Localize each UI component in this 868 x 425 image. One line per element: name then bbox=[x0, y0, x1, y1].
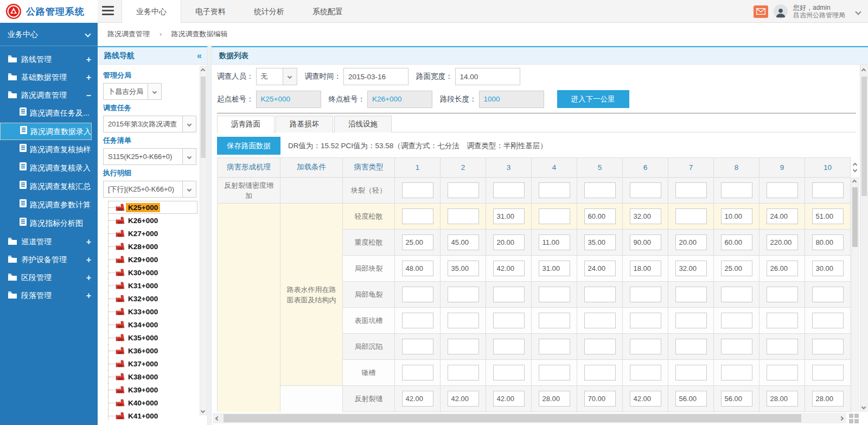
top-nav-item-2[interactable]: 统计分析 bbox=[240, 0, 298, 23]
tree-item-K36+000[interactable]: K36+000 bbox=[108, 344, 197, 357]
disease-value-input-r1c9[interactable] bbox=[767, 208, 798, 224]
tree-item-K26+000[interactable]: K26+000 bbox=[108, 214, 197, 227]
tree-item-K29+000[interactable]: K29+000 bbox=[108, 253, 197, 266]
tree-item-K34+000[interactable]: K34+000 bbox=[108, 318, 197, 331]
scroll-up-icon[interactable] bbox=[201, 68, 205, 73]
disease-value-input-r0c2[interactable] bbox=[448, 182, 479, 198]
next-kilometer-button[interactable]: 进入下一公里 bbox=[557, 90, 629, 108]
disease-value-input-r8c9[interactable] bbox=[767, 391, 798, 407]
tree-item-K39+000[interactable]: K39+000 bbox=[108, 383, 197, 396]
disease-value-input-r2c1[interactable] bbox=[402, 234, 433, 250]
disease-value-input-r4c4[interactable] bbox=[539, 287, 570, 302]
tree-item-K37+000[interactable]: K37+000 bbox=[108, 357, 197, 370]
scroll-right-icon[interactable] bbox=[837, 417, 846, 420]
disease-value-input-r6c2[interactable] bbox=[448, 339, 479, 354]
tree-item-K25+000[interactable]: K25+000 bbox=[108, 201, 197, 214]
expand-plus-icon[interactable]: + bbox=[86, 273, 91, 283]
header-spinner[interactable] bbox=[851, 157, 859, 177]
scroll-down-icon[interactable] bbox=[861, 405, 866, 409]
disease-value-input-r8c4[interactable] bbox=[539, 391, 570, 407]
disease-value-input-r8c3[interactable] bbox=[493, 391, 525, 407]
sidebar-item-0[interactable]: 路线管理+ bbox=[0, 50, 98, 68]
disease-value-input-r2c2[interactable] bbox=[448, 234, 479, 250]
account-chevron-down-icon[interactable] bbox=[856, 8, 860, 16]
disease-value-input-r1c1[interactable] bbox=[402, 208, 433, 224]
disease-value-input-r1c10[interactable] bbox=[812, 208, 844, 224]
panel-select-3[interactable]: [下行](K25+0-K66+0) bbox=[103, 181, 196, 198]
expand-plus-icon[interactable]: + bbox=[86, 55, 91, 65]
disease-value-input-r7c5[interactable] bbox=[584, 365, 616, 380]
disease-value-input-r0c8[interactable] bbox=[721, 182, 752, 198]
account-info[interactable]: 您好，admin 昌吉州公路管理局 bbox=[793, 4, 845, 19]
disease-value-input-r1c6[interactable] bbox=[630, 208, 661, 224]
disease-value-input-r6c8[interactable] bbox=[721, 339, 752, 354]
disease-value-input-r3c2[interactable] bbox=[448, 261, 479, 276]
disease-value-input-r5c2[interactable] bbox=[448, 313, 479, 328]
disease-value-input-r0c7[interactable] bbox=[675, 182, 707, 198]
tab-0[interactable]: 沥青路面 bbox=[217, 116, 275, 133]
disease-value-input-r5c3[interactable] bbox=[493, 313, 525, 328]
disease-value-input-r4c2[interactable] bbox=[448, 287, 479, 302]
disease-value-input-r5c8[interactable] bbox=[721, 313, 752, 328]
main-scrollbar[interactable] bbox=[860, 65, 868, 412]
tree-item-K40+000[interactable]: K40+000 bbox=[108, 396, 197, 409]
disease-value-input-r7c1[interactable] bbox=[402, 365, 433, 380]
disease-value-input-r6c6[interactable] bbox=[630, 339, 661, 354]
disease-value-input-r0c4[interactable] bbox=[539, 182, 570, 198]
disease-value-input-r2c3[interactable] bbox=[493, 234, 525, 250]
disease-value-input-r5c10[interactable] bbox=[812, 313, 844, 328]
disease-value-input-r1c4[interactable] bbox=[539, 208, 570, 224]
disease-value-input-r7c8[interactable] bbox=[721, 365, 752, 380]
sidebar-item-2[interactable]: 路况调查管理– bbox=[0, 86, 98, 104]
disease-value-input-r2c4[interactable] bbox=[539, 234, 570, 250]
disease-value-input-r4c6[interactable] bbox=[630, 287, 661, 302]
tree-item-K31+000[interactable]: K31+000 bbox=[108, 279, 197, 292]
expand-plus-icon[interactable]: + bbox=[86, 291, 91, 301]
disease-value-input-r7c6[interactable] bbox=[630, 365, 661, 380]
disease-value-input-r3c8[interactable] bbox=[721, 261, 752, 276]
disease-value-input-r3c9[interactable] bbox=[767, 261, 798, 276]
disease-value-input-r1c5[interactable] bbox=[584, 208, 616, 224]
disease-value-input-r8c1[interactable] bbox=[402, 391, 433, 407]
collapse-minus-icon[interactable]: – bbox=[86, 91, 91, 100]
table-scrollbar[interactable] bbox=[851, 157, 859, 412]
horizontal-scrollbar[interactable] bbox=[213, 413, 846, 423]
disease-value-input-r2c6[interactable] bbox=[630, 234, 661, 250]
disease-value-input-r6c10[interactable] bbox=[812, 339, 844, 354]
survey-time-input[interactable] bbox=[343, 68, 409, 85]
disease-value-input-r0c1[interactable] bbox=[402, 182, 433, 198]
disease-value-input-r0c3[interactable] bbox=[493, 182, 525, 198]
expand-plus-icon[interactable]: + bbox=[86, 237, 91, 247]
disease-value-input-r6c4[interactable] bbox=[539, 339, 570, 354]
select-chevron-icon[interactable] bbox=[148, 84, 161, 99]
disease-value-input-r2c5[interactable] bbox=[584, 234, 616, 250]
disease-value-input-r8c5[interactable] bbox=[584, 391, 616, 407]
sidebar-header[interactable]: 业务中心 bbox=[0, 23, 98, 46]
disease-value-input-r7c10[interactable] bbox=[812, 365, 844, 380]
user-avatar-icon[interactable] bbox=[774, 4, 788, 18]
disease-value-input-r5c5[interactable] bbox=[584, 313, 616, 328]
disease-value-input-r2c8[interactable] bbox=[721, 234, 752, 250]
tree-item-K33+000[interactable]: K33+000 bbox=[108, 305, 197, 318]
sidebar-item-5[interactable]: 区段管理+ bbox=[0, 269, 98, 287]
panel-select-2[interactable]: S115(K25+0-K66+0) bbox=[103, 148, 196, 165]
scroll-thumb[interactable] bbox=[852, 187, 858, 247]
disease-value-input-r1c8[interactable] bbox=[721, 208, 752, 224]
top-nav-item-1[interactable]: 电子资料 bbox=[181, 0, 240, 23]
disease-value-input-r4c5[interactable] bbox=[584, 287, 616, 302]
disease-value-input-r1c3[interactable] bbox=[493, 208, 525, 224]
select-chevron-icon[interactable] bbox=[182, 181, 196, 197]
panel-splitter[interactable] bbox=[207, 46, 212, 425]
tree-item-K35+000[interactable]: K35+000 bbox=[108, 331, 197, 344]
disease-value-input-r6c3[interactable] bbox=[493, 339, 525, 354]
breadcrumb-parent[interactable]: 路况调查管理 bbox=[107, 30, 150, 38]
tab-2[interactable]: 沿线设施 bbox=[334, 116, 392, 132]
panel-select-0[interactable]: 卜昌吉分局 bbox=[103, 83, 162, 100]
tab-1[interactable]: 路基损坏 bbox=[276, 116, 333, 132]
disease-value-input-r4c10[interactable] bbox=[812, 287, 844, 302]
disease-value-input-r0c9[interactable] bbox=[767, 182, 798, 198]
disease-value-input-r2c7[interactable] bbox=[675, 234, 707, 250]
select-chevron-icon[interactable] bbox=[283, 68, 297, 85]
disease-value-input-r8c10[interactable] bbox=[812, 391, 844, 407]
scroll-thumb[interactable] bbox=[224, 414, 801, 422]
